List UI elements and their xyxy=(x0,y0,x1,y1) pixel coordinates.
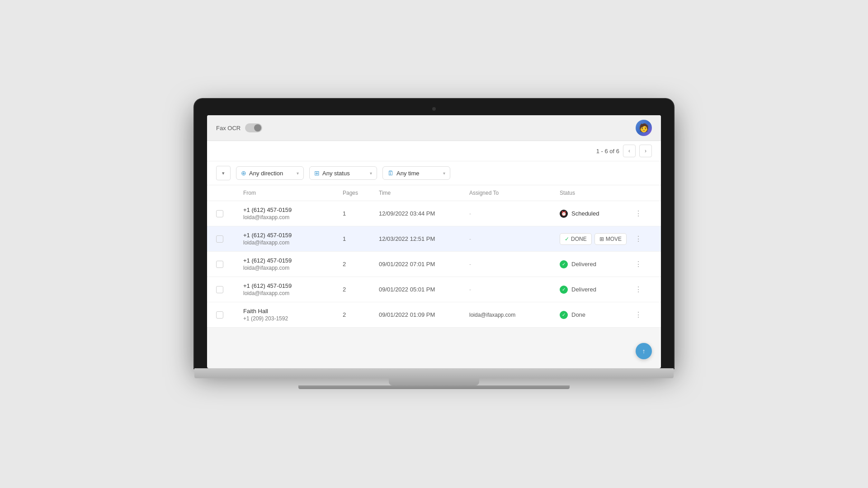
from-sub: loida@ifaxapp.com xyxy=(243,265,343,271)
time-cell: 09/01/2022 07:01 PM xyxy=(379,261,469,267)
assigned-cell: - xyxy=(469,236,560,242)
from-sub: loida@ifaxapp.com xyxy=(243,239,343,246)
check-icon: ✓ xyxy=(565,236,569,242)
pages-cell: 2 xyxy=(343,286,379,293)
col-header-pages: Pages xyxy=(343,190,379,196)
status-badge: Delivered xyxy=(571,261,596,267)
arrow-up-icon: ↑ xyxy=(642,347,646,355)
more-button[interactable]: ⋮ xyxy=(632,233,645,245)
table-row[interactable]: +1 (612) 457-0159 loida@ifaxapp.com 2 09… xyxy=(207,277,661,302)
table-row[interactable]: Faith Hall +1 (209) 203-1592 2 09/01/202… xyxy=(207,302,661,328)
col-header-checkbox xyxy=(216,190,243,196)
pages-cell: 2 xyxy=(343,261,379,267)
status-cell: ✓ Done xyxy=(560,311,632,319)
pages-cell: 2 xyxy=(343,311,379,318)
from-sub: loida@ifaxapp.com xyxy=(243,290,343,296)
more-button[interactable]: ⋮ xyxy=(632,207,645,220)
status-filter-label: Any status xyxy=(322,170,350,177)
done-button[interactable]: ✓ DONE xyxy=(560,233,592,245)
delivered-icon: ✓ xyxy=(560,286,568,294)
status-filter-dropdown[interactable]: ⊞ Any status ▾ xyxy=(309,166,377,180)
time-filter-icon: 🗓 xyxy=(387,169,394,177)
fax-ocr-toggle[interactable] xyxy=(245,123,262,132)
more-menu[interactable]: ⋮ xyxy=(632,283,655,296)
scheduled-icon: ⏰ xyxy=(560,210,568,218)
more-menu[interactable]: ⋮ xyxy=(632,309,655,321)
chevron-right-icon: › xyxy=(645,148,646,154)
filter-collapse-button[interactable]: ▾ xyxy=(216,166,231,180)
from-name: +1 (612) 457-0159 xyxy=(243,282,343,289)
filters-bar: ▾ ⊕ Any direction ▾ ⊞ Any status ▾ 🗓 xyxy=(207,161,661,185)
laptop-stand xyxy=(389,378,479,385)
time-cell: 09/01/2022 01:09 PM xyxy=(379,311,469,318)
status-badge: Delivered xyxy=(571,286,596,293)
table-row[interactable]: +1 (612) 457-0159 loida@ifaxapp.com 1 12… xyxy=(207,201,661,226)
more-button[interactable]: ⋮ xyxy=(632,258,645,271)
assigned-cell: - xyxy=(469,286,560,293)
time-chevron-icon: ▾ xyxy=(443,171,445,176)
assigned-cell: - xyxy=(469,261,560,267)
from-sub: +1 (209) 203-1592 xyxy=(243,315,343,322)
direction-icon: ⊕ xyxy=(241,169,246,177)
table-row[interactable]: +1 (612) 457-0159 loida@ifaxapp.com 1 12… xyxy=(207,226,661,252)
more-menu[interactable]: ⋮ xyxy=(632,207,655,220)
assigned-cell: - xyxy=(469,211,560,217)
avatar[interactable]: 🧑 xyxy=(636,120,652,136)
from-name: +1 (612) 457-0159 xyxy=(243,206,343,213)
move-icon: ⊞ xyxy=(599,236,604,242)
done-status-icon: ✓ xyxy=(560,311,568,319)
laptop-foot xyxy=(298,385,570,389)
fax-ocr-section: Fax OCR xyxy=(216,123,262,132)
table-header: From Pages Time Assigned To Status xyxy=(207,185,661,201)
time-cell: 12/09/2022 03:44 PM xyxy=(379,210,469,217)
from-name: +1 (612) 457-0159 xyxy=(243,232,343,239)
more-button[interactable]: ⋮ xyxy=(632,309,645,321)
time-cell: 09/01/2022 05:01 PM xyxy=(379,286,469,293)
assigned-cell: loida@ifaxapp.com xyxy=(469,312,560,318)
direction-chevron-icon: ▾ xyxy=(297,171,299,176)
status-chevron-icon: ▾ xyxy=(370,171,372,176)
from-name: +1 (612) 457-0159 xyxy=(243,257,343,264)
time-cell: 12/03/2022 12:51 PM xyxy=(379,235,469,242)
from-cell: +1 (612) 457-0159 loida@ifaxapp.com xyxy=(243,232,343,246)
fax-ocr-label: Fax OCR xyxy=(216,125,241,131)
laptop-camera xyxy=(432,107,436,111)
delivered-icon: ✓ xyxy=(560,260,568,268)
move-label: MOVE xyxy=(606,236,622,242)
table-row[interactable]: +1 (612) 457-0159 loida@ifaxapp.com 2 09… xyxy=(207,252,661,277)
done-label: DONE xyxy=(571,236,587,242)
scroll-to-top-button[interactable]: ↑ xyxy=(636,343,652,359)
status-badge: Done xyxy=(571,311,585,318)
from-cell: +1 (612) 457-0159 loida@ifaxapp.com xyxy=(243,282,343,296)
move-button[interactable]: ⊞ MOVE xyxy=(594,233,627,245)
col-header-from: From xyxy=(243,190,343,196)
from-cell: +1 (612) 457-0159 loida@ifaxapp.com xyxy=(243,206,343,221)
from-cell: Faith Hall +1 (209) 203-1592 xyxy=(243,308,343,322)
row-checkbox[interactable] xyxy=(216,311,243,319)
laptop-base xyxy=(194,368,674,378)
more-menu[interactable]: ⋮ xyxy=(632,233,655,245)
more-menu[interactable]: ⋮ xyxy=(632,258,655,271)
chevron-down-icon: ▾ xyxy=(222,170,225,176)
col-header-actions xyxy=(632,190,655,196)
more-button[interactable]: ⋮ xyxy=(632,283,645,296)
status-cell: ✓ DONE ⊞ MOVE xyxy=(560,233,632,245)
row-checkbox[interactable] xyxy=(216,235,243,243)
direction-filter-dropdown[interactable]: ⊕ Any direction ▾ xyxy=(236,166,304,180)
pagination-next-button[interactable]: › xyxy=(639,145,652,157)
row-checkbox[interactable] xyxy=(216,286,243,293)
pagination-bar: 1 - 6 of 6 ‹ › xyxy=(207,141,661,161)
time-filter-label: Any time xyxy=(396,170,420,177)
row-checkbox[interactable] xyxy=(216,261,243,268)
col-header-status: Status xyxy=(560,190,632,196)
status-cell: ⏰ Scheduled xyxy=(560,210,632,218)
from-cell: +1 (612) 457-0159 loida@ifaxapp.com xyxy=(243,257,343,271)
time-filter-dropdown[interactable]: 🗓 Any time ▾ xyxy=(382,166,450,180)
pagination-text: 1 - 6 of 6 xyxy=(596,148,619,155)
status-badge: Scheduled xyxy=(571,210,599,217)
chevron-left-icon: ‹ xyxy=(628,148,630,154)
pagination-prev-button[interactable]: ‹ xyxy=(623,145,636,157)
from-name: Faith Hall xyxy=(243,308,343,314)
col-header-assigned: Assigned To xyxy=(469,190,560,196)
row-checkbox[interactable] xyxy=(216,210,243,217)
